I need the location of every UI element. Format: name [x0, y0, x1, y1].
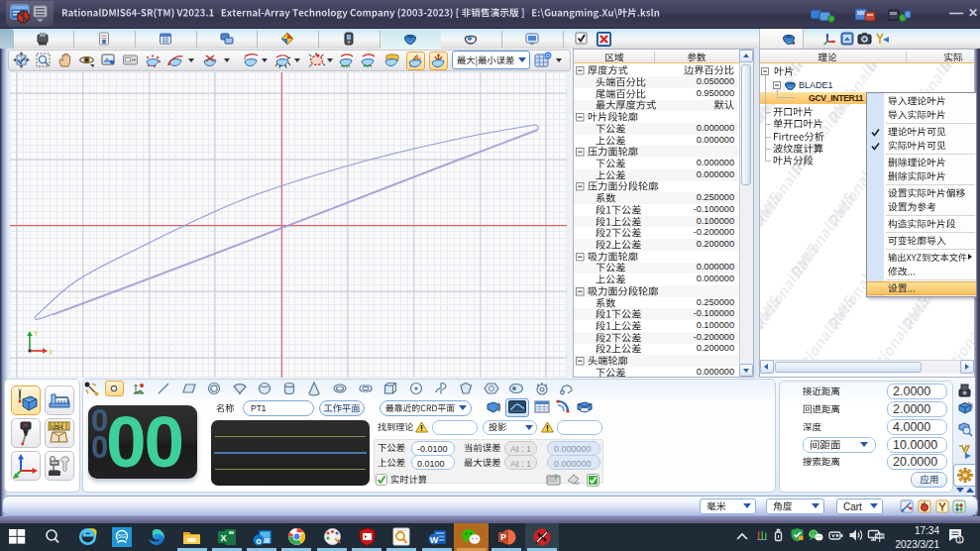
svg-text:Y: Y — [34, 330, 39, 337]
svg-text:D: D — [546, 53, 551, 58]
svg-text:1: 1 — [958, 536, 962, 543]
svg-text:X: X — [220, 533, 226, 543]
svg-text:5G: 5G — [118, 533, 126, 539]
svg-text:X: X — [49, 349, 54, 356]
svg-text:LBA: LBA — [52, 424, 62, 430]
svg-text:W: W — [430, 535, 439, 545]
svg-text:P: P — [500, 532, 506, 542]
svg-text:o: o — [256, 536, 262, 546]
